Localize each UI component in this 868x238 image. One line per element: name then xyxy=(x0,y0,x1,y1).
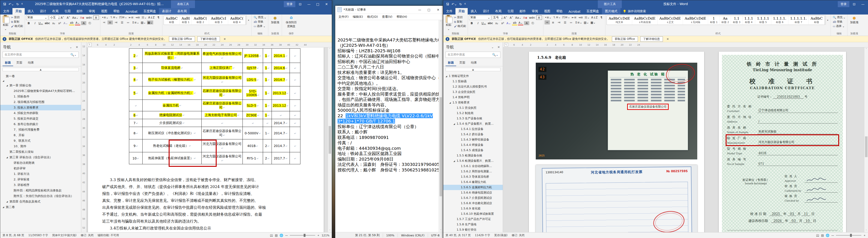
multilevel-list-icon[interactable]: ⑴≡⌄ xyxy=(562,15,570,20)
bullets-icon[interactable]: •≡⌄ xyxy=(101,15,109,19)
ribbon-tab[interactable]: 邮件 xyxy=(73,8,86,14)
ribbon-tab[interactable]: 开始 xyxy=(12,8,25,14)
italic-button[interactable]: I xyxy=(475,21,480,25)
bullets-icon[interactable]: •≡⌄ xyxy=(545,15,552,19)
nav-heading-item[interactable]: ◢ 1.5 资格要求 xyxy=(443,100,503,105)
scroll-down-icon[interactable]: ˅ xyxy=(440,229,441,232)
status-item[interactable]: 第 8 页, 共 68 页 xyxy=(3,233,24,237)
signin-button[interactable]: 登录 xyxy=(284,1,295,7)
redo-icon[interactable]: ↻ xyxy=(16,2,19,6)
nav-heading-item[interactable]: 1.1 投标函 xyxy=(443,79,503,84)
status-item[interactable]: 辅助功能: 不可用 xyxy=(98,233,119,237)
style-item[interactable]: AaBbCcDdE 纯文本 xyxy=(607,16,632,25)
nav-heading-item[interactable]: 1.5.6.10 热延伸试验装置 xyxy=(443,211,503,216)
ribbon-display-icon[interactable]: ⊡ xyxy=(850,1,858,7)
close-icon[interactable]: ✕ xyxy=(76,45,78,49)
nav-tab[interactable]: 结果 xyxy=(26,60,36,66)
align-left-icon[interactable]: ⫤ xyxy=(101,20,107,25)
banner-close-icon[interactable]: ✕ xyxy=(224,37,226,41)
nav-jump-top-button[interactable]: ▲ xyxy=(3,68,79,71)
banner-close-icon[interactable]: ✕ xyxy=(666,37,669,41)
notepad-menu-bar[interactable]: 文件(F)编辑(E)格式(O)查看(V)帮助(H) xyxy=(335,14,443,20)
ribbon-tab[interactable]: 引用 xyxy=(504,8,517,14)
nav-tabs[interactable]: 标题页面结果 xyxy=(0,60,81,66)
nav-heading-item[interactable]: 8、开标 xyxy=(0,133,81,138)
select-button[interactable]: ▭选择⌄ xyxy=(253,24,267,28)
nav-heading-item[interactable]: 1.5.6.8 冲击脆化测试仪 xyxy=(443,201,503,206)
nav-heading-item[interactable]: 1. 招标条件 xyxy=(0,94,81,99)
text-effects-icon[interactable]: A⌄ xyxy=(506,21,511,25)
ribbon-display-icon[interactable]: ⊡ xyxy=(296,1,304,7)
nav-tab[interactable]: 结果 xyxy=(469,60,479,66)
nav-heading-item[interactable]: ◢ xyxy=(0,79,81,83)
close-button[interactable]: ✕ xyxy=(322,1,331,7)
scroll-down-icon[interactable]: ˅ xyxy=(866,230,867,232)
nav-heading-item[interactable]: 5. 投标文件的递交 xyxy=(0,116,81,122)
nav-heading-item[interactable]: 1.5.6.5 金属材料拉力机 xyxy=(443,185,503,190)
nav-heading-item[interactable]: 3. 投标人资格要求 xyxy=(0,105,81,110)
scroll-down-icon[interactable]: ˅ xyxy=(329,230,331,232)
menu-item[interactable]: 帮助(H) xyxy=(395,14,409,19)
ribbon-tab[interactable]: 表布局 xyxy=(175,8,190,14)
zoom-in-icon[interactable]: ＋ xyxy=(863,233,866,237)
italic-button[interactable]: I xyxy=(32,21,37,25)
nav-heading-item[interactable]: ◢ 第一章 招标公告 xyxy=(0,83,81,88)
nav-heading-item[interactable]: 1.5.1 营业执照 xyxy=(443,105,503,111)
close-icon[interactable]: ✕ xyxy=(497,45,500,49)
nav-heading-item[interactable]: ◢ 第二卷 xyxy=(0,204,81,210)
phonetic-guide-icon[interactable]: wén xyxy=(86,16,93,20)
justify-icon[interactable]: ☰ xyxy=(562,21,568,25)
nav-heading-item[interactable]: 1. 评标方法 xyxy=(0,171,81,177)
nav-heading-item[interactable]: 1.5.6.7 介质损耗测试仪 xyxy=(443,195,503,201)
status-bar[interactable]: 第 40 页, 共 317 页11429 个字英语(美国)修订: 关闭 🕮 ▤ … xyxy=(443,232,868,238)
status-item[interactable]: 简体中文(中国大陆) xyxy=(52,233,76,237)
ribbon-tab[interactable]: 文件 xyxy=(443,8,456,14)
ribbon-tab[interactable]: 插入 xyxy=(468,8,480,14)
ribbon-tab[interactable]: 引用 xyxy=(61,8,73,14)
numbering-icon[interactable]: ⒈≡⌄ xyxy=(110,15,118,20)
replace-button[interactable]: ab替换 xyxy=(832,20,846,24)
text-highlight-button[interactable]: ab xyxy=(512,21,517,25)
tab-selector-icon[interactable]: L xyxy=(88,43,92,46)
title-bar[interactable]: 🖫 ↶⌄ ↻ ⸛ 图片工具 投标文件 - Word 登录 ⊡ — xyxy=(443,0,868,8)
style-item[interactable]: AaBbC 标题 xyxy=(809,16,825,25)
grow-font-icon[interactable]: A˄ xyxy=(60,16,65,20)
nav-tab[interactable]: 页面 xyxy=(457,60,468,66)
enclose-char-button[interactable]: ㊥ xyxy=(530,21,535,25)
multilevel-list-icon[interactable]: ⑴≡⌄ xyxy=(119,15,127,20)
phonetic-guide-icon[interactable]: wén xyxy=(529,16,535,20)
nav-heading-item[interactable]: 初步评审 xyxy=(0,166,81,171)
ribbon-tab[interactable]: Acrobat xyxy=(565,8,584,14)
nav-search-input[interactable]: 在文档中搜索 🔍⌄ xyxy=(3,52,79,58)
change-case-icon[interactable]: Aa⌄ xyxy=(515,16,522,20)
clear-format-icon[interactable]: A◆ xyxy=(80,16,85,20)
nav-heading-item[interactable]: 4. 招标文件的获取 xyxy=(0,110,81,116)
ribbon-tab[interactable]: 布局 xyxy=(49,8,61,14)
ribbon-tab[interactable]: 审阅 xyxy=(86,8,98,14)
styles-gallery[interactable]: AaBbCcDdE 纯文本 AaBbCcDdE ↓列表段落 AaBbCcDdE … xyxy=(607,16,825,25)
qat-customize-icon[interactable]: ⸛ xyxy=(21,2,23,6)
nav-heading-item[interactable]: 1.5.4.2 挤出设备 xyxy=(443,132,503,137)
nav-heading-item[interactable]: 1.5.6.2 局部放电测量... xyxy=(443,169,503,174)
nav-heading-item[interactable]: 1.5.9 银行资信 xyxy=(443,227,503,232)
notepad-scrollbar[interactable]: ˄ ˅ xyxy=(439,20,443,232)
read-mode-icon[interactable]: 🕮 xyxy=(816,234,819,237)
nav-heading-item[interactable]: 10、附件 xyxy=(0,143,81,149)
ribbon-tab[interactable]: 审阅 xyxy=(529,8,541,14)
nav-heading-item[interactable]: 7、招标代理服务费 xyxy=(0,127,81,133)
format-painter-button[interactable]: 🖌格式刷 xyxy=(454,24,467,28)
ribbon-tab[interactable]: 开始 xyxy=(456,8,468,14)
nav-heading-item[interactable]: 1.5.6.4 橡塑拉力机 xyxy=(443,179,503,185)
borders-icon[interactable]: ▦⌄ xyxy=(590,21,596,25)
font-family-combo[interactable]: 宋体⌄ xyxy=(26,15,48,20)
nav-heading-item[interactable]: 2025年二级物资集中采购A47大类铝芯塑料... xyxy=(0,88,81,94)
nav-heading-item[interactable]: 1.4 资格声明 xyxy=(443,95,503,100)
scroll-up-icon[interactable]: ˄ xyxy=(440,21,441,23)
shading-icon[interactable]: ▨⌄ xyxy=(583,21,589,25)
page-canvas[interactable]: 2↵ 局放及耐压试验装置（局部放电测量系统）↵ 希波电气科技股份有限公司↵ JF… xyxy=(87,47,332,232)
ribbon-tab[interactable]: 设计 xyxy=(37,8,49,14)
style-item[interactable]: Aa 标题 2 xyxy=(720,16,731,25)
copy-button[interactable]: ⧉复制 xyxy=(454,20,467,24)
nav-heading-item[interactable]: 第一卷 xyxy=(0,73,81,79)
grow-font-icon[interactable]: A˄ xyxy=(503,16,508,20)
